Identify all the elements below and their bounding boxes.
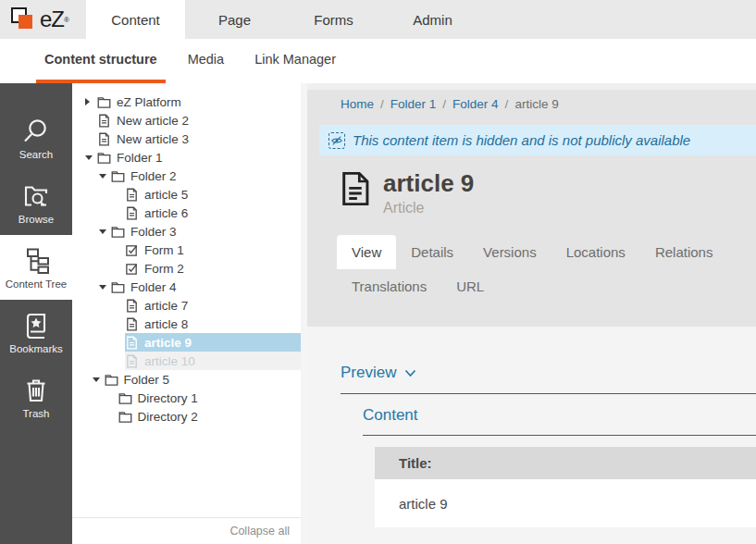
main-top-strip (307, 83, 756, 90)
subnav-tab-link-manager[interactable]: Link Manager (246, 39, 344, 83)
tree-item-label: article 10 (144, 354, 195, 368)
folder-icon (97, 95, 111, 109)
collapse-arrow-icon[interactable] (85, 155, 97, 160)
tree-item-label: Folder 5 (124, 373, 170, 387)
tree-item-label: Form 1 (144, 243, 184, 257)
content-type-label: Article (383, 200, 474, 216)
article-icon (125, 336, 139, 350)
ez-logo[interactable]: eZ® (0, 0, 86, 39)
browse-icon (21, 181, 51, 211)
tree-item-folder-2[interactable]: Folder 2 (99, 167, 301, 185)
chevron-down-icon (404, 369, 416, 377)
tree-item-label: eZ Platform (117, 95, 181, 109)
hidden-content-notice: This content item is hidden and is not p… (319, 125, 756, 155)
article-icon (125, 206, 139, 220)
content-view-tabs: ViewDetailsVersionsLocationsRelationsTra… (337, 235, 756, 303)
preview-section-label: Preview (341, 364, 396, 382)
tree-item-folder-4[interactable]: Folder 4 (99, 278, 301, 296)
sidebar-item-label: Browse (19, 214, 54, 225)
sidebar-item-label: Search (19, 149, 53, 160)
sidebar-item-trash[interactable]: Trash (0, 365, 72, 429)
tab-view[interactable]: View (337, 235, 396, 269)
ez-logo-icon (11, 7, 35, 31)
subnav-tab-media[interactable]: Media (180, 39, 233, 83)
tree-item-article-9[interactable]: article 9 (125, 333, 301, 352)
breadcrumb-separator: / (436, 97, 452, 111)
tree-item-folder-1[interactable]: Folder 1 (85, 148, 301, 167)
ez-platform-admin: eZ® ContentPageFormsAdmin Content struct… (0, 0, 756, 544)
sidebar-item-bookmarks[interactable]: Bookmarks (0, 300, 72, 365)
tree-item-article-7[interactable]: article 7 (125, 296, 301, 315)
folder-icon (111, 169, 125, 183)
folder-icon (111, 225, 125, 239)
collapse-arrow-icon[interactable] (99, 285, 111, 290)
top-tab-forms[interactable]: Forms (284, 0, 383, 39)
folder-icon (118, 410, 132, 424)
content-title-block: article 9 Article (341, 171, 756, 216)
registered-mark: ® (64, 16, 69, 24)
tab-relations[interactable]: Relations (640, 235, 728, 269)
tree-item-article-6[interactable]: article 6 (125, 204, 301, 222)
top-tab-content[interactable]: Content (86, 0, 185, 39)
content-subnav: Content structureMediaLink Manager (0, 39, 756, 83)
tree-item-new-article-2[interactable]: New article 2 (97, 111, 301, 130)
view-card: Preview Content Title:article 9 (307, 327, 756, 544)
tree-scrollbar[interactable] (301, 83, 307, 544)
tree-item-label: Form 2 (144, 262, 184, 276)
tree-item-label: article 6 (144, 206, 188, 220)
top-tabs: ContentPageFormsAdmin (86, 0, 482, 39)
article-doc-icon (341, 171, 370, 206)
tree-item-new-article-3[interactable]: New article 3 (97, 130, 301, 148)
tree-item-article-10[interactable]: article 10 (125, 352, 301, 370)
tree-item-label: article 8 (144, 317, 188, 331)
sidebar-item-label: Content Tree (6, 278, 67, 290)
collapse-arrow-icon[interactable] (93, 377, 105, 382)
main-content-pane: Home/Folder 1/Folder 4/article 9 This co… (307, 83, 756, 544)
tab-details[interactable]: Details (396, 235, 468, 269)
content-divider (363, 435, 756, 436)
breadcrumb-folder-4[interactable]: Folder 4 (452, 97, 499, 111)
top-tab-page[interactable]: Page (185, 0, 284, 39)
tree-item-article-5[interactable]: article 5 (125, 185, 301, 204)
tree-item-directory-1[interactable]: Directory 1 (118, 389, 302, 407)
top-tab-admin[interactable]: Admin (383, 0, 482, 39)
tree-item-ez-platform[interactable]: eZ Platform (85, 93, 301, 111)
subnav-tab-content-structure[interactable]: Content structure (36, 39, 166, 83)
tab-url[interactable]: URL (441, 269, 499, 303)
content-section-label: Content (363, 406, 756, 425)
preview-divider (341, 393, 756, 394)
sidebar-item-label: Trash (23, 408, 50, 419)
tab-locations[interactable]: Locations (552, 235, 640, 269)
expand-arrow-icon[interactable] (85, 98, 97, 105)
collapse-all-button[interactable]: Collapse all (72, 517, 301, 544)
folder-icon (111, 280, 125, 294)
tree-item-form-2[interactable]: Form 2 (125, 259, 301, 278)
collapse-arrow-icon[interactable] (99, 174, 111, 179)
field-label-row: Title: (375, 447, 756, 479)
sidebar-item-content-tree[interactable]: Content Tree (0, 235, 72, 300)
sidebar-item-label: Bookmarks (9, 343, 63, 354)
page-title: article 9 (383, 171, 474, 196)
tree-item-label: New article 2 (117, 114, 189, 128)
breadcrumb-home[interactable]: Home (341, 97, 374, 111)
tree-item-label: Directory 1 (138, 391, 198, 405)
field-value-row: article 9 (375, 479, 756, 527)
tree-item-folder-5[interactable]: Folder 5 (93, 370, 302, 389)
tree-item-folder-3[interactable]: Folder 3 (99, 222, 301, 241)
bookmarks-icon (21, 311, 51, 340)
tab-translations[interactable]: Translations (337, 269, 441, 303)
tree-item-directory-2[interactable]: Directory 2 (118, 407, 302, 426)
sidebar-item-browse[interactable]: Browse (0, 170, 72, 235)
tree-item-form-1[interactable]: Form 1 (125, 241, 301, 259)
preview-section-toggle[interactable]: Preview (341, 364, 756, 382)
folder-icon (97, 151, 111, 165)
search-icon (21, 117, 51, 146)
sidebar-item-search[interactable]: Search (0, 105, 72, 170)
folder-icon (105, 373, 118, 387)
tree-item-label: article 9 (144, 336, 192, 350)
collapse-arrow-icon[interactable] (99, 229, 111, 234)
tree-item-label: article 7 (144, 299, 188, 313)
tab-versions[interactable]: Versions (468, 235, 552, 269)
breadcrumb-folder-1[interactable]: Folder 1 (390, 97, 437, 111)
tree-item-article-8[interactable]: article 8 (125, 315, 301, 333)
